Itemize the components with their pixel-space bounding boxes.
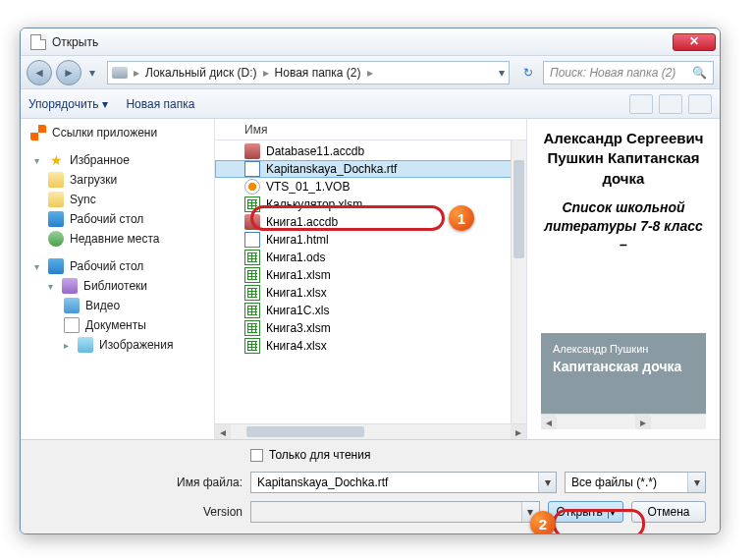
file-row[interactable]: Книга1.html: [215, 231, 526, 249]
vlc-icon: [30, 125, 46, 140]
chevron-right-icon: ▸: [60, 340, 72, 351]
column-header-name[interactable]: Имя: [215, 119, 526, 140]
breadcrumb[interactable]: Новая папка (2): [275, 66, 361, 80]
sidebar-item-sync[interactable]: Sync: [21, 190, 214, 209]
view-mode-button[interactable]: [629, 94, 653, 114]
sidebar-section-favorites[interactable]: ▾★Избранное: [21, 150, 214, 170]
chevron-down-icon: ▾: [30, 261, 42, 272]
filename-label: Имя файла:: [34, 476, 243, 489]
address-dropdown[interactable]: ▾: [499, 66, 505, 80]
xls-file-icon: [244, 267, 260, 283]
sidebar-item-documents[interactable]: Документы: [21, 315, 214, 335]
sidebar-item-libraries[interactable]: ▾Библиотеки: [21, 276, 214, 296]
file-row[interactable]: VTS_01_1.VOB: [215, 178, 526, 196]
file-name: Книга4.xlsx: [266, 339, 327, 353]
version-select[interactable]: ▾: [250, 501, 540, 523]
star-icon: ★: [48, 152, 64, 168]
dialog-footer: Только для чтения Имя файла: Kapitanskay…: [21, 439, 720, 533]
chevron-down-icon[interactable]: ▾: [521, 502, 539, 522]
version-label: Version: [34, 505, 243, 519]
sidebar-item-videos[interactable]: Видео: [21, 296, 214, 315]
chevron-down-icon[interactable]: ▾: [538, 473, 556, 492]
file-row[interactable]: Книга1.accdb: [215, 213, 526, 231]
preview-title: Александр Сергеевич Пушкин Капитанская д…: [541, 129, 706, 189]
file-row[interactable]: Калькулятор.xlsm: [215, 196, 526, 213]
chevron-right-icon: ▸: [134, 66, 139, 80]
toolbar: Упорядочить ▾ Новая папка: [21, 89, 720, 119]
file-row[interactable]: Книга1.xlsx: [215, 284, 526, 302]
dialog-body: Ссылки приложени ▾★Избранное Загрузки Sy…: [21, 119, 720, 439]
desktop-icon: [48, 258, 64, 274]
file-name: VTS_01_1.VOB: [266, 180, 350, 194]
xls-file-icon: [244, 196, 260, 212]
document-icon: [30, 34, 46, 50]
breadcrumb[interactable]: Локальный диск (D:): [145, 66, 257, 80]
chevron-down-icon: ▾: [30, 155, 42, 166]
file-row[interactable]: Книга1.ods: [215, 249, 526, 266]
chevron-down-icon: ▾: [102, 97, 108, 111]
sidebar-item-pictures[interactable]: ▸Изображения: [21, 335, 214, 355]
address-bar[interactable]: ▸ Локальный диск (D:) ▸ Новая папка (2) …: [107, 61, 510, 84]
xls-file-icon: [244, 250, 260, 265]
vob-file-icon: [244, 179, 260, 195]
video-icon: [64, 298, 80, 313]
filename-input[interactable]: Kapitanskaya_Dochka.rtf▾: [250, 472, 557, 493]
file-name: Книга1C.xls: [266, 304, 329, 317]
accdb-file-icon: [244, 143, 260, 159]
file-row[interactable]: Книга1.xlsm: [215, 266, 526, 284]
forward-button[interactable]: ►: [56, 60, 81, 85]
help-button[interactable]: [688, 94, 712, 114]
organize-button[interactable]: Упорядочить ▾: [28, 97, 108, 111]
preview-pane: Александр Сергеевич Пушкин Капитанская д…: [527, 119, 720, 439]
new-folder-button[interactable]: Новая папка: [126, 97, 194, 111]
xls-file-icon: [244, 320, 260, 336]
refresh-button[interactable]: ↻: [517, 62, 539, 84]
vertical-scrollbar[interactable]: [511, 140, 526, 423]
preview-cover: Александр Пушкин Капитанская дочка: [541, 333, 706, 414]
file-name: Книга3.xlsm: [266, 321, 331, 335]
html-file-icon: [244, 232, 260, 248]
file-row[interactable]: Книга4.xlsx: [215, 337, 526, 355]
chevron-down-icon: ▾: [44, 281, 56, 292]
cancel-button[interactable]: Отмена: [631, 501, 706, 523]
preview-cover-title: Капитанская дочка: [553, 359, 694, 374]
accdb-file-icon: [244, 214, 260, 230]
xls-file-icon: [244, 303, 260, 318]
folder-icon: [48, 172, 64, 188]
file-row[interactable]: Kapitanskaya_Dochka.rtf: [215, 160, 526, 178]
back-button[interactable]: ◄: [27, 60, 52, 85]
horizontal-scrollbar[interactable]: ◂▸: [215, 423, 526, 439]
file-name: Книга1.xlsm: [266, 268, 331, 282]
preview-scrollbar[interactable]: ◂▸: [541, 414, 706, 429]
sidebar-item-recent[interactable]: Недавние места: [21, 229, 214, 249]
chevron-down-icon[interactable]: ▾: [687, 473, 705, 492]
file-name: Книга1.ods: [266, 251, 325, 264]
sidebar-item-desktop[interactable]: Рабочий стол: [21, 209, 214, 229]
readonly-checkbox[interactable]: [250, 449, 263, 462]
sidebar-section-desktop[interactable]: ▾Рабочий стол: [21, 256, 214, 276]
desktop-icon: [48, 211, 64, 227]
search-input[interactable]: Поиск: Новая папка (2) 🔍: [543, 61, 714, 84]
history-dropdown[interactable]: ▾: [85, 63, 99, 83]
file-list-body: Database11.accdbKapitanskaya_Dochka.rtfV…: [215, 140, 526, 423]
window-title: Открыть: [52, 35, 673, 49]
nav-bar: ◄ ► ▾ ▸ Локальный диск (D:) ▸ Новая папк…: [21, 56, 720, 89]
file-name: Книга1.accdb: [266, 215, 338, 229]
titlebar: Открыть ✕: [21, 28, 720, 56]
file-row[interactable]: Книга1C.xls: [215, 302, 526, 319]
rtf-file-icon: [244, 161, 260, 177]
preview-cover-author: Александр Пушкин: [553, 343, 694, 355]
folder-icon: [48, 192, 64, 207]
libraries-icon: [62, 278, 78, 294]
file-name: Калькулятор.xlsm: [266, 197, 362, 211]
filetype-select[interactable]: Все файлы (*.*)▾: [565, 472, 706, 493]
file-row[interactable]: Database11.accdb: [215, 142, 526, 160]
close-button[interactable]: ✕: [673, 33, 716, 51]
open-file-dialog: Открыть ✕ ◄ ► ▾ ▸ Локальный диск (D:) ▸ …: [20, 28, 721, 534]
open-button[interactable]: Открыть │▾: [548, 501, 623, 523]
sidebar-section-app-links[interactable]: Ссылки приложени: [21, 123, 214, 142]
file-row[interactable]: Книга3.xlsm: [215, 319, 526, 337]
preview-pane-button[interactable]: [659, 94, 682, 114]
sidebar-item-downloads[interactable]: Загрузки: [21, 170, 214, 190]
recent-places-icon: [48, 231, 64, 247]
